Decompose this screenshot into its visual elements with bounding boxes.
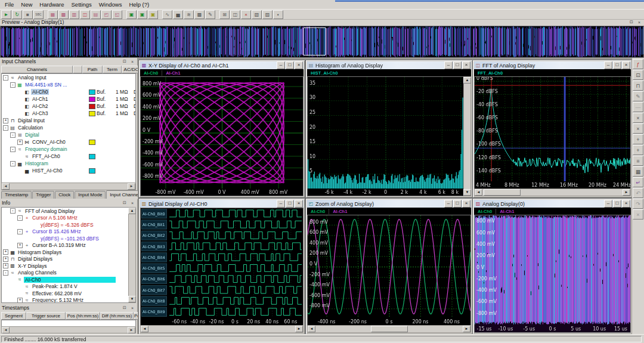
scroll-left-icon[interactable]: ◄	[2, 183, 10, 190]
tree-item-label[interactable]: AI-Ch1	[31, 96, 49, 102]
scroll-down-icon[interactable]: ▼	[463, 189, 471, 196]
scroll-right-icon[interactable]: ►	[128, 327, 135, 333]
analog-plot-area[interactable]	[474, 215, 631, 333]
toolbar-button[interactable]	[123, 11, 126, 18]
window-titlebar[interactable]: ◫ FFT of Analog Display – □ ×	[474, 61, 631, 69]
info-item-label[interactable]: Effective: 662.208 mV	[31, 291, 83, 296]
cursor-y-tool[interactable]: ×	[633, 123, 643, 134]
new-fft-display-button[interactable]: ◫	[80, 10, 90, 19]
histogram-plot-area[interactable]	[307, 76, 464, 196]
info-row[interactable]: + + Cursor B-A 10.319 MHz	[2, 242, 128, 249]
run-button[interactable]: ►	[1, 10, 11, 19]
scroll-right-icon[interactable]: ►	[463, 326, 470, 332]
info-item-label[interactable]: Cursor B-A 10.319 MHz	[31, 242, 87, 248]
scroll-left-icon[interactable]: ◄	[141, 326, 148, 332]
window-titlebar[interactable]: ▩ X-Y Display of AI-Ch0 and AI-Ch1 – □ ×	[140, 61, 304, 69]
scroll-right-icon[interactable]: ►	[295, 326, 303, 332]
channel-monitor-button[interactable]: ▣	[137, 10, 147, 19]
column-header[interactable]: Trigger source	[26, 312, 66, 320]
tree-expander-icon[interactable]: -	[10, 147, 16, 152]
column-header[interactable]: Segment	[1, 312, 26, 320]
channel-color-swatch[interactable]	[89, 89, 95, 95]
info-vertical-scrollbar[interactable]: ▲ ▼	[128, 207, 136, 303]
info-item-label[interactable]: y(dBFS) = -6.326 dBFS	[39, 222, 95, 228]
tree-item-label[interactable]: Digital Input	[17, 118, 46, 123]
stop-button[interactable]: ■	[23, 10, 33, 19]
new-preview-display-button[interactable]: ◱	[112, 10, 122, 19]
tree-expander-icon[interactable]: +	[17, 140, 23, 145]
hardware-monitor-button[interactable]: ▣	[126, 10, 137, 19]
column-header[interactable]: Term	[103, 66, 122, 73]
minimize-button[interactable]: –	[604, 61, 612, 69]
scroll-left-icon[interactable]: ◄	[308, 326, 315, 332]
tree-item-label[interactable]: CONV_AI-Ch0	[31, 139, 67, 145]
info-row[interactable]: + ⊓ Digital Displays	[2, 256, 128, 263]
tree-row[interactable]: - ▤ Calculation	[2, 124, 135, 131]
tree-expander-icon[interactable]: -	[10, 208, 16, 214]
info-row[interactable]: + ▅ Histogram Displays	[2, 249, 128, 256]
maximize-button[interactable]: □	[453, 200, 462, 208]
channel-label[interactable]: AI-Ch1	[162, 70, 184, 76]
menu-item[interactable]: Help (?)	[125, 1, 153, 8]
close-button[interactable]: ×	[622, 200, 630, 208]
channel-label[interactable]: HIST_AI-Ch0	[307, 70, 341, 76]
scrollbar-thumb[interactable]	[371, 326, 408, 332]
close-button[interactable]: ×	[462, 61, 470, 69]
settings-tab[interactable]: Clock	[55, 191, 74, 199]
fft-plot-area[interactable]	[474, 76, 631, 189]
tree-item-label[interactable]: Calculation	[17, 125, 44, 131]
digital-horizontal-scrollbar[interactable]: ◄ ►	[140, 325, 304, 333]
tree-row[interactable]: - ▦ M4i.4451-x8 SN ...	[2, 81, 135, 88]
close-button[interactable]: ×	[462, 200, 470, 208]
menu-item[interactable]: Windows	[95, 1, 126, 8]
undo-tool[interactable]: ↶	[633, 188, 643, 198]
tree-item-label[interactable]: Histogram	[24, 160, 49, 166]
layout-horizontal-button[interactable]: ▧	[252, 10, 262, 19]
tree-expander-icon[interactable]: -	[17, 215, 23, 221]
timestamps-horizontal-scrollbar[interactable]: ◄ ►	[1, 326, 136, 333]
new-analog-display-button[interactable]: ▦	[48, 10, 58, 19]
close-panel-icon[interactable]: ×	[129, 306, 135, 310]
tree-row[interactable]: ≈ FFT_AI-Ch0	[2, 153, 135, 160]
sbc-button[interactable]: SBC	[33, 10, 44, 19]
fft-cursor-tool[interactable]: ƒ	[633, 59, 643, 69]
channel-color-swatch[interactable]	[89, 111, 95, 116]
tree-row[interactable]: ◧ AI-Ch0 Buf. 1 MΩ DC Full ± 1.00	[2, 88, 135, 95]
xy-plot-area[interactable]	[140, 76, 304, 196]
info-row[interactable]: y(dBFS) = -6.326 dBFS	[2, 221, 128, 228]
info-row[interactable]: ≈ AI-Ch0	[2, 276, 128, 283]
info-item-label[interactable]: Analog Channels	[17, 270, 58, 276]
scroll-left-icon[interactable]: ◄	[475, 189, 482, 196]
close-button[interactable]: ×	[295, 61, 303, 69]
close-panel-icon[interactable]: ×	[129, 60, 135, 64]
info-item-label[interactable]: Frequency: 5.132 MHz	[31, 297, 85, 303]
tree-expander-icon[interactable]: +	[17, 243, 23, 248]
column-header[interactable]: Channels	[1, 66, 73, 73]
tree-expander-icon[interactable]: -	[3, 270, 8, 276]
column-header[interactable]: Diff (hh:mm:ss)	[100, 312, 134, 320]
maximize-button[interactable]: □	[286, 200, 294, 208]
maximize-button[interactable]: □	[286, 61, 294, 69]
new-digital-display-button[interactable]: ▥	[69, 10, 79, 19]
tree-item-label[interactable]: M4i.4451-x8 SN ...	[24, 82, 68, 88]
channels-horizontal-scrollbar[interactable]: ◄ ►	[1, 183, 136, 190]
spectrum-tool-button[interactable]: ▅	[173, 10, 183, 19]
float-panel-icon[interactable]: ⊡	[122, 200, 128, 205]
histogram-plot-canvas[interactable]	[308, 77, 463, 196]
window-titlebar[interactable]: ▤ Histogram of Analog Display – □ ×	[307, 61, 471, 69]
snap-tool[interactable]: ↵	[633, 177, 643, 187]
channel-label[interactable]: AI-Ch1	[329, 209, 351, 214]
signal-tool-button[interactable]: ∿	[162, 10, 172, 19]
info-item-label[interactable]: X-Y Displays	[17, 263, 48, 269]
tree-item-label[interactable]: Frequency domain	[24, 146, 68, 152]
digital-plot-area[interactable]	[140, 208, 304, 326]
menu-item[interactable]: Hardware	[36, 1, 67, 8]
zoom-plot-canvas[interactable]	[308, 215, 470, 325]
fft-horizontal-scrollbar[interactable]: ◄ ►	[474, 189, 631, 196]
tree-row[interactable]: ◧ AI-Ch2 Buf. 1 MΩ DC Full ± 1.00	[2, 103, 135, 110]
minimize-button[interactable]: –	[277, 61, 285, 69]
measure-tool-button[interactable]: ≋	[184, 10, 194, 19]
tree-row[interactable]: - ≈ Frequency domain	[2, 146, 135, 153]
new-xy-display-button[interactable]: ▩	[58, 10, 69, 19]
new-histogram-display-button[interactable]: ▤	[91, 10, 101, 19]
